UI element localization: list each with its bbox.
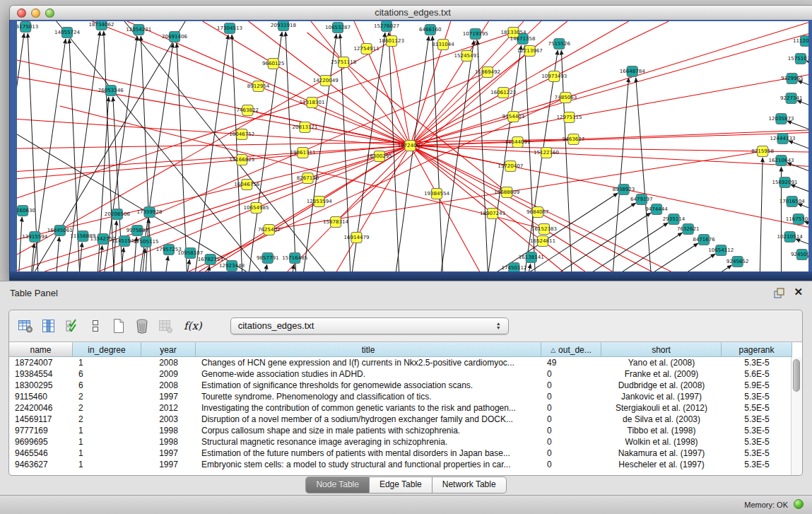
table-row[interactable]: 2242004622012Investigating the contribut… — [9, 402, 792, 414]
svg-text:15751074: 15751074 — [788, 55, 808, 62]
svg-text:18907243: 18907243 — [480, 210, 505, 216]
column-header-short[interactable]: short — [601, 342, 722, 357]
table-row[interactable]: 969969511998Structural magnetic resonanc… — [9, 436, 792, 448]
svg-text:16046756: 16046756 — [234, 181, 260, 187]
cell-year: 2008 — [141, 357, 196, 368]
table-browser: f(x) citations_edges.txt ▲▼ namein_degre… — [8, 310, 803, 476]
svg-text:13915594: 13915594 — [22, 233, 48, 240]
svg-text:20931918: 20931918 — [271, 22, 296, 28]
cell-pagerank: 5.9E-5 — [722, 380, 792, 391]
svg-text:15276027: 15276027 — [374, 23, 399, 29]
scrollbar-thumb[interactable] — [793, 359, 800, 392]
vertical-scrollbar[interactable] — [791, 357, 802, 475]
desktop: { "window": { "title": "citations_edges.… — [0, 0, 812, 514]
column-header-name[interactable]: name — [9, 342, 73, 357]
cell-in_degree: 2 — [73, 402, 141, 414]
window-titlebar[interactable]: citations_edges.txt — [9, 5, 812, 21]
svg-text:9463627: 9463627 — [563, 136, 585, 142]
column-header-in_degree[interactable]: in_degree — [73, 342, 141, 357]
cell-short: Stergiakouli et al. (2012) — [601, 402, 722, 414]
svg-text:7625402: 7625402 — [258, 226, 281, 233]
float-panel-icon[interactable] — [774, 288, 785, 299]
cell-out_degree: 0 — [541, 402, 601, 414]
new-table-icon[interactable] — [110, 317, 128, 335]
svg-text:17359928: 17359928 — [136, 209, 162, 215]
svg-text:9154403: 9154403 — [502, 113, 525, 119]
table-row[interactable]: 946362711997Embryonic stem cells: a mode… — [9, 459, 792, 470]
cell-in_degree: 1 — [73, 425, 141, 436]
svg-text:19384554: 19384554 — [424, 190, 450, 197]
memory-indicator[interactable] — [794, 499, 804, 509]
svg-text:26053346: 26053346 — [98, 87, 124, 93]
table-row[interactable]: 1872400712008Changes of HCN gene express… — [9, 357, 792, 368]
cell-pagerank: 5.3E-5 — [722, 459, 792, 470]
select-all-rows-icon[interactable] — [63, 317, 81, 335]
svg-text:7632621: 7632621 — [677, 226, 700, 232]
cell-out_degree: 49 — [541, 357, 601, 368]
cell-title: Investigating the contribution of common… — [196, 402, 541, 414]
svg-text:16152383: 16152383 — [531, 226, 557, 232]
table-options-icon[interactable] — [16, 317, 35, 335]
svg-text:15720407: 15720407 — [498, 163, 523, 169]
svg-text:15878314: 15878314 — [323, 218, 349, 225]
cell-title: Embryonic stem cells: a model to study s… — [196, 459, 541, 470]
cell-in_degree: 6 — [73, 380, 141, 391]
svg-text:16210643: 16210643 — [768, 157, 794, 163]
svg-text:2935114: 2935114 — [663, 216, 686, 222]
cell-title: Tourette syndrome. Phenomenology and cla… — [196, 391, 541, 402]
svg-text:8267130: 8267130 — [297, 175, 319, 181]
svg-text:16138141: 16138141 — [519, 254, 544, 260]
svg-text:8471676: 8471676 — [693, 236, 715, 243]
svg-text:6466160: 6466160 — [419, 26, 442, 33]
delete-column-icon[interactable] — [156, 317, 175, 335]
svg-text:25751118: 25751118 — [331, 59, 356, 65]
svg-text:10973493: 10973493 — [541, 73, 567, 79]
table-row[interactable]: 946554611997Estimation of the future num… — [9, 448, 792, 459]
cell-name: 18300295 — [9, 380, 73, 391]
svg-text:10210514: 10210514 — [777, 233, 804, 240]
tab-node-table[interactable]: Node Table — [305, 477, 370, 493]
svg-text:14220049: 14220049 — [313, 77, 339, 83]
table-row[interactable]: 1938455462009Genome-wide association stu… — [9, 368, 792, 380]
svg-text:15716485: 15716485 — [282, 255, 307, 261]
svg-text:18724007: 18724007 — [397, 142, 423, 148]
svg-text:8131044: 8131044 — [432, 41, 454, 47]
table-selector-dropdown[interactable]: citations_edges.txt ▲▼ — [230, 317, 509, 334]
sort-ascending-icon: △ — [551, 346, 555, 354]
table-row[interactable]: 911546021997Tourette syndrome. Phenomeno… — [9, 391, 792, 402]
function-builder-icon[interactable]: f(x) — [184, 320, 202, 332]
column-header-out_degree[interactable]: △out_de... — [541, 342, 601, 357]
tab-network-table[interactable]: Network Table — [433, 477, 507, 493]
show-column-icon[interactable] — [40, 317, 58, 335]
table-panel-titlebar: Table Panel ✕ — [0, 281, 812, 308]
cell-name: 9699695 — [9, 436, 73, 448]
cell-short: Tibbo et al. (1998) — [601, 425, 722, 436]
svg-text:17304513: 17304513 — [217, 25, 242, 31]
network-canvas[interactable]: 1617501314055724187340621205422120691406… — [17, 21, 808, 271]
close-panel-icon[interactable]: ✕ — [794, 286, 803, 298]
svg-text:16782753: 16782753 — [198, 256, 223, 262]
row-height-icon[interactable] — [86, 317, 105, 335]
table-row[interactable]: 1456911722003Disruption of a novel membe… — [9, 414, 792, 425]
cell-short: Nakamura et al. (1997) — [601, 448, 722, 459]
cell-out_degree: 0 — [541, 368, 601, 380]
table-row[interactable]: 1830029562008Estimation of significance … — [9, 380, 792, 391]
column-header-year[interactable]: year — [141, 342, 196, 357]
table-row[interactable]: 977716911998Corpus callosum shape and si… — [9, 425, 792, 436]
table-panel-title: Table Panel — [10, 288, 58, 298]
cell-pagerank: 5.3E-5 — [722, 425, 792, 436]
delete-table-icon[interactable] — [133, 317, 151, 335]
cell-name: 9115460 — [9, 391, 73, 402]
column-header-pagerank[interactable]: pagerank — [722, 342, 792, 357]
svg-text:11318301: 11318301 — [300, 99, 325, 105]
cell-pagerank: 5.3E-5 — [722, 357, 792, 368]
cell-year: 1998 — [141, 425, 196, 436]
svg-text:14055724: 14055724 — [54, 29, 81, 35]
svg-text:11120841: 11120841 — [793, 37, 808, 44]
cell-year: 1997 — [141, 448, 196, 459]
svg-text:11544091: 11544091 — [505, 139, 530, 145]
cell-name: 22420046 — [9, 402, 73, 414]
tab-edge-table[interactable]: Edge Table — [370, 477, 433, 493]
column-header-title[interactable]: title — [196, 342, 541, 357]
table-selector-value: citations_edges.txt — [238, 320, 314, 331]
